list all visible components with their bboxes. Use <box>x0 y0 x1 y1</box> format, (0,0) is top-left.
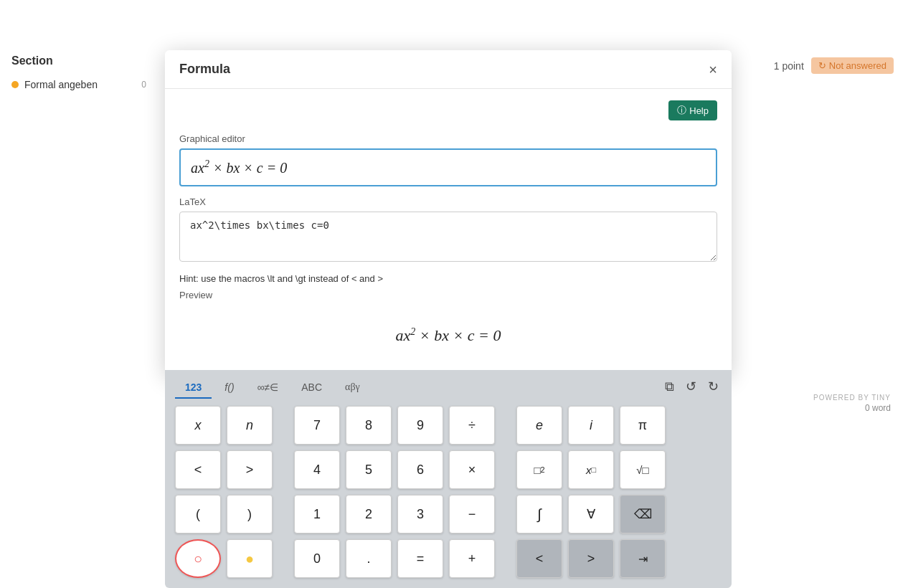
key-i[interactable]: i <box>568 406 614 445</box>
key-1[interactable]: 1 <box>294 495 340 534</box>
key-backspace[interactable]: ⌫ <box>620 495 666 534</box>
latex-textarea[interactable]: ax^2\times bx\times c=0 <box>179 212 717 262</box>
undo-button[interactable]: ↺ <box>683 376 699 397</box>
key-x[interactable]: x <box>175 406 221 445</box>
key-open-paren[interactable]: ( <box>175 495 221 534</box>
key-9[interactable]: 9 <box>397 406 443 445</box>
help-button[interactable]: ⓘ Help <box>668 100 717 120</box>
key-greater-than[interactable]: > <box>227 450 273 489</box>
key-8[interactable]: 8 <box>346 406 392 445</box>
formula-modal: Formula × ⓘ Help Graphical editor ax2 × … <box>165 50 732 376</box>
latex-label: LaTeX <box>179 196 717 207</box>
keyboard-tabs-left: 123 f() ∞≠∈ ABC αβγ <box>175 377 370 399</box>
key-power[interactable]: x□ <box>568 450 614 489</box>
graphical-editor-formula: ax2 × bx × c = 0 <box>191 160 287 176</box>
redo-button[interactable]: ↻ <box>705 376 722 397</box>
key-equals[interactable]: = <box>397 539 443 578</box>
modal-backdrop: Formula × ⓘ Help Graphical editor ax2 × … <box>0 0 908 588</box>
preview-label: Preview <box>179 290 717 300</box>
graphical-editor-input[interactable]: ax2 × bx × c = 0 <box>179 148 717 186</box>
key-circle-empty[interactable]: ○ <box>175 539 221 578</box>
preview-formula: ax2 × bx × c = 0 <box>396 326 501 345</box>
tab-functions[interactable]: f() <box>214 377 244 399</box>
key-e[interactable]: e <box>516 406 562 445</box>
special-block: e i π □2 x□ √□ ∫ ∀ ⌫ < > ⇥ <box>516 406 666 578</box>
key-7[interactable]: 7 <box>294 406 340 445</box>
key-close-paren[interactable]: ) <box>227 495 273 534</box>
modal-body: ⓘ Help Graphical editor ax2 × bx × c = 0… <box>165 89 732 376</box>
key-5[interactable]: 5 <box>346 450 392 489</box>
modal-title: Formula <box>179 62 230 77</box>
key-divide[interactable]: ÷ <box>449 406 495 445</box>
key-forall[interactable]: ∀ <box>568 495 614 534</box>
tab-greek[interactable]: αβγ <box>335 377 370 399</box>
tab-abc[interactable]: ABC <box>291 377 332 399</box>
tab-123[interactable]: 123 <box>175 377 212 399</box>
keyboard-keys-container: x n < > ( ) ○ ● <box>165 400 732 588</box>
key-sqrt[interactable]: √□ <box>620 450 666 489</box>
keyboard-actions: ⧉ ↺ ↻ <box>662 376 722 400</box>
key-6[interactable]: 6 <box>397 450 443 489</box>
keyboard-panel: 123 f() ∞≠∈ ABC αβγ ⧉ ↺ ↻ x n < <box>165 370 732 588</box>
digits-block: 7 8 9 ÷ 4 5 6 × 1 2 3 − 0 <box>294 406 495 578</box>
key-n[interactable]: n <box>227 406 273 445</box>
modal-close-button[interactable]: × <box>709 62 717 77</box>
key-3[interactable]: 3 <box>397 495 443 534</box>
variables-block: x n < > ( ) ○ ● <box>175 406 273 578</box>
key-2[interactable]: 2 <box>346 495 392 534</box>
key-multiply[interactable]: × <box>449 450 495 489</box>
key-square[interactable]: □2 <box>516 450 562 489</box>
key-circle-filled[interactable]: ● <box>227 539 273 578</box>
key-nav-right[interactable]: > <box>568 539 614 578</box>
copy-button[interactable]: ⧉ <box>662 376 677 397</box>
key-dot[interactable]: . <box>346 539 392 578</box>
key-pi[interactable]: π <box>620 406 666 445</box>
help-icon: ⓘ <box>677 104 686 117</box>
modal-header: Formula × <box>165 50 732 89</box>
key-plus[interactable]: + <box>449 539 495 578</box>
graphical-editor-label: Graphical editor <box>179 133 717 144</box>
key-integral[interactable]: ∫ <box>516 495 562 534</box>
key-4[interactable]: 4 <box>294 450 340 489</box>
tab-symbols[interactable]: ∞≠∈ <box>247 377 289 399</box>
key-0[interactable]: 0 <box>294 539 340 578</box>
hint-text: Hint: use the macros \lt and \gt instead… <box>179 273 717 284</box>
preview-area: ax2 × bx × c = 0 <box>179 308 717 365</box>
key-minus[interactable]: − <box>449 495 495 534</box>
keyboard-tabs: 123 f() ∞≠∈ ABC αβγ ⧉ ↺ ↻ <box>165 370 732 400</box>
key-tab[interactable]: ⇥ <box>620 539 666 578</box>
key-less-than[interactable]: < <box>175 450 221 489</box>
key-nav-left[interactable]: < <box>516 539 562 578</box>
